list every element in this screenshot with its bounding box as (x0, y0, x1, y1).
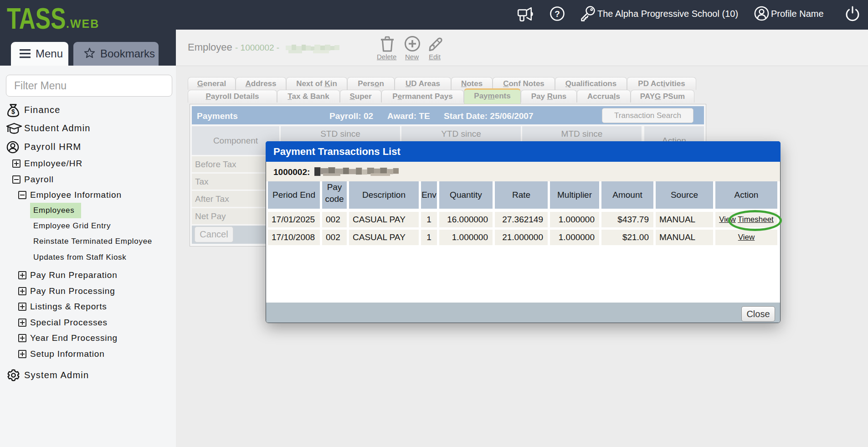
svg-text:$: $ (11, 108, 15, 115)
svg-text:?: ? (555, 9, 560, 19)
